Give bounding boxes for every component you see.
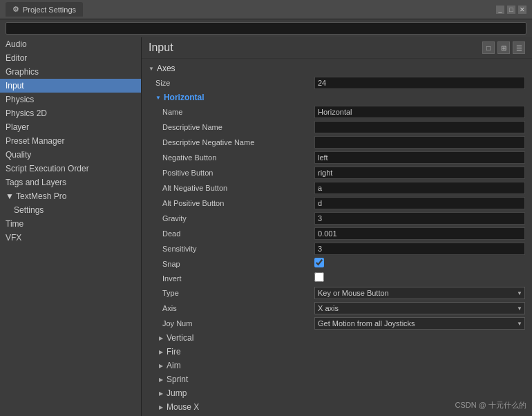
search-input[interactable]	[6, 22, 526, 35]
dead-input[interactable]	[314, 227, 525, 240]
sidebar-item-input[interactable]: Input	[0, 79, 141, 93]
positive-button-input[interactable]	[314, 167, 525, 179]
collapsed-aim[interactable]: ▶ Aim	[142, 359, 532, 372]
content-icon-3[interactable]: ☰	[513, 41, 525, 54]
gravity-input[interactable]	[314, 212, 525, 225]
field-descriptive-neg-name-row: Descriptive Negative Name	[142, 135, 532, 150]
main-layout: Audio Editor Graphics Input Physics Phys…	[0, 37, 532, 416]
title-tab[interactable]: ⚙ Project Settings	[6, 2, 83, 17]
sidebar-item-vfx[interactable]: VFX	[0, 231, 141, 245]
collapsed-label: Aim	[167, 361, 181, 370]
collapsed-triangle: ▶	[159, 363, 163, 369]
field-alt-negative-button-row: Alt Negative Button	[142, 180, 532, 196]
sidebar-item-physics2d[interactable]: Physics 2D	[0, 106, 141, 120]
search-bar	[0, 19, 532, 37]
field-alt-negative-button-value	[314, 182, 525, 194]
close-btn[interactable]: ✕	[518, 6, 526, 14]
collapsed-vertical-1[interactable]: ▶ Vertical	[142, 331, 532, 345]
field-name-value	[314, 106, 525, 118]
field-gravity-value	[314, 212, 525, 225]
sidebar-item-audio[interactable]: Audio	[0, 37, 141, 51]
collapsed-fire[interactable]: ▶ Fire	[142, 345, 532, 359]
window-controls: _ □ ✕	[496, 6, 526, 14]
sidebar-item-physics[interactable]: Physics	[0, 93, 141, 106]
axis-select[interactable]: X axis Y axis 3rd axis	[314, 302, 525, 314]
sidebar-item-graphics[interactable]: Graphics	[0, 65, 141, 79]
sidebar-item-time[interactable]: Time	[0, 217, 141, 231]
sidebar: Audio Editor Graphics Input Physics Phys…	[0, 37, 142, 416]
content-icon-2[interactable]: ⊞	[497, 41, 510, 54]
snap-checkbox[interactable]	[314, 258, 324, 267]
invert-checkbox[interactable]	[314, 272, 324, 282]
field-positive-button-row: Positive Button	[142, 165, 532, 180]
sidebar-item-script-execution[interactable]: Script Execution Order	[0, 162, 141, 176]
content-icon-1[interactable]: □	[482, 41, 495, 54]
field-descriptive-neg-name-value	[314, 136, 525, 149]
descriptive-neg-name-input[interactable]	[314, 136, 525, 149]
field-dead-label: Dead	[162, 229, 314, 238]
negative-button-input[interactable]	[314, 151, 525, 164]
collapsed-sprint[interactable]: ▶ Sprint	[142, 372, 532, 386]
sidebar-item-textmesh-pro[interactable]: ▼ TextMesh Pro	[0, 189, 141, 203]
field-descriptive-name-row: Descriptive Name	[142, 120, 532, 135]
sidebar-item-textmesh-settings[interactable]: Settings	[0, 203, 141, 217]
field-negative-button-row: Negative Button	[142, 150, 532, 165]
alt-negative-button-input[interactable]	[314, 182, 525, 194]
collapsed-label: Sprint	[167, 375, 188, 384]
collapsed-triangle: ▶	[159, 377, 163, 383]
size-input[interactable]	[314, 77, 525, 89]
minimize-btn[interactable]: _	[496, 6, 504, 14]
field-dead-row: Dead	[142, 226, 532, 241]
sidebar-item-player[interactable]: Player	[0, 120, 141, 134]
title-bar: ⚙ Project Settings _ □ ✕	[0, 0, 532, 19]
horizontal-label: Horizontal	[164, 93, 205, 102]
collapsed-label: Jump	[167, 388, 187, 398]
descriptive-name-input[interactable]	[314, 121, 525, 133]
title-icon: ⚙	[12, 5, 19, 14]
alt-positive-button-input[interactable]	[314, 197, 525, 209]
collapsed-triangle: ▶	[159, 335, 163, 341]
sidebar-item-tags-layers[interactable]: Tags and Layers	[0, 176, 141, 189]
collapsed-triangle: ▶	[159, 349, 163, 355]
sidebar-item-quality[interactable]: Quality	[0, 148, 141, 162]
sensitivity-input[interactable]	[314, 243, 525, 255]
collapsed-triangle: ▶	[159, 404, 163, 410]
horizontal-section-header[interactable]: ▼ Horizontal	[142, 91, 532, 104]
horizontal-triangle: ▼	[155, 95, 161, 101]
maximize-btn[interactable]: □	[507, 6, 515, 14]
field-gravity-row: Gravity	[142, 211, 532, 226]
field-axis-label: Axis	[162, 304, 314, 312]
content-title: Input	[149, 41, 173, 54]
field-sensitivity-value	[314, 243, 525, 255]
field-name-label: Name	[162, 108, 314, 116]
type-select[interactable]: Key or Mouse Button Mouse Movement Joyst…	[314, 287, 525, 299]
sidebar-item-preset-manager[interactable]: Preset Manager	[0, 134, 141, 148]
field-alt-positive-button-value	[314, 197, 525, 209]
field-type-row: Type Key or Mouse Button Mouse Movement …	[142, 285, 532, 301]
field-descriptive-name-value	[314, 121, 525, 133]
axes-section-header[interactable]: ▼ Axes	[142, 62, 532, 75]
field-invert-value	[314, 272, 525, 284]
axes-label: Axes	[157, 64, 175, 73]
field-descriptive-neg-name-label: Descriptive Negative Name	[162, 138, 314, 146]
collapsed-label: Vertical	[167, 333, 193, 343]
field-name-row: Name	[142, 104, 532, 120]
watermark: CSDN @ 十元什么的	[455, 400, 526, 410]
field-joy-num-label: Joy Num	[162, 319, 314, 328]
field-invert-label: Invert	[162, 274, 314, 283]
content-area: Input □ ⊞ ☰ ▼ Axes Size ▼ Horizontal	[142, 37, 532, 416]
field-negative-button-label: Negative Button	[162, 153, 314, 162]
field-snap-label: Snap	[162, 260, 314, 268]
collapsed-jump[interactable]: ▶ Jump	[142, 386, 532, 400]
field-alt-positive-button-label: Alt Positive Button	[162, 199, 314, 207]
content-toolbar: □ ⊞ ☰	[482, 41, 525, 54]
field-positive-button-label: Positive Button	[162, 169, 314, 177]
field-joy-num-row: Joy Num Get Motion from all Joysticks Jo…	[142, 316, 532, 331]
name-input[interactable]	[314, 106, 525, 118]
sidebar-item-editor[interactable]: Editor	[0, 51, 141, 65]
joy-num-select[interactable]: Get Motion from all Joysticks Joystick 1…	[314, 317, 525, 330]
size-row: Size	[142, 75, 532, 91]
field-gravity-label: Gravity	[162, 214, 314, 223]
field-joy-num-value: Get Motion from all Joysticks Joystick 1…	[314, 317, 525, 330]
field-sensitivity-row: Sensitivity	[142, 241, 532, 256]
